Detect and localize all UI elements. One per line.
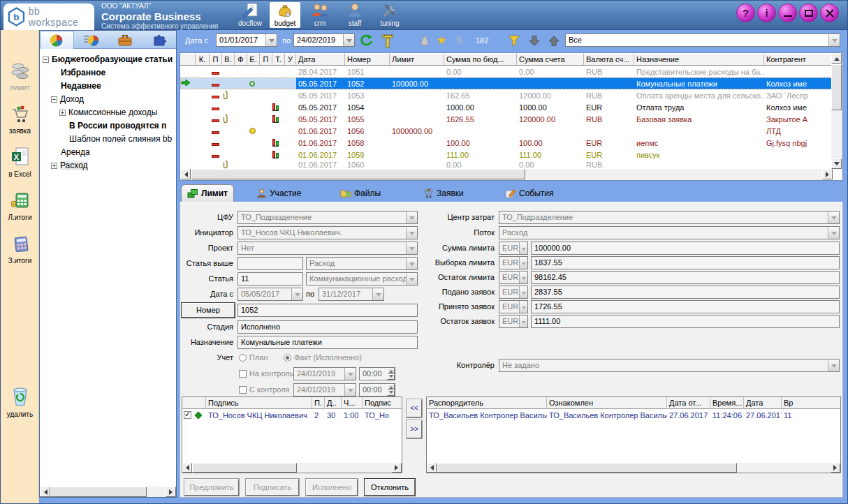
maximize-button[interactable] xyxy=(799,3,818,22)
sidebar-item-limit-totals[interactable]: Л.итоги xyxy=(1,191,39,221)
col-date-from[interactable]: Дата от... xyxy=(667,397,710,409)
col-acknowledged[interactable]: Ознакомлен xyxy=(547,397,667,409)
reject-button[interactable]: Отклонить xyxy=(365,479,415,496)
table-row[interactable]: 28.04.2017 1051 0.00 0.00 RUB Представит… xyxy=(180,66,842,77)
chevron-down-icon[interactable] xyxy=(406,212,417,223)
purpose-field[interactable]: Комунальные платежи xyxy=(237,336,418,349)
chevron-down-icon[interactable] xyxy=(828,360,839,371)
tree-item-expense[interactable]: + Расход xyxy=(51,159,88,172)
table-horizontal-scrollbar[interactable] xyxy=(180,169,833,180)
table-row-partial[interactable]: 01.06.2017 1060 0.00 0.00 RUB xyxy=(180,161,842,169)
expander-collapse-icon[interactable]: − xyxy=(51,96,57,103)
controllers-horizontal-scrollbar[interactable] xyxy=(427,463,840,473)
col-t[interactable]: Т. xyxy=(272,53,285,65)
table-row[interactable]: 05.05.2017 1053 162.65 12000.00 RUB Опла… xyxy=(180,89,842,101)
tab-limit[interactable]: Лимит xyxy=(181,184,234,202)
detail-date-to-picker[interactable]: 31/12/2017 xyxy=(319,288,384,301)
expander-expand-icon[interactable]: + xyxy=(51,163,57,169)
ruler-button[interactable] xyxy=(382,34,393,50)
refresh-button[interactable] xyxy=(360,34,374,49)
tree-item-merge-template[interactable]: Шаблон полей слияния bb xyxy=(69,133,172,145)
col-u[interactable]: У xyxy=(285,53,296,65)
requests-submitted-currency[interactable]: EUR xyxy=(499,286,528,299)
cfu-select[interactable]: ТО_Подразделение xyxy=(237,211,418,224)
scope-select[interactable]: Все xyxy=(565,34,840,47)
help-button[interactable]: ? xyxy=(736,3,755,22)
date-from-picker[interactable]: 01/01/2017 xyxy=(216,34,277,47)
chevron-down-icon[interactable] xyxy=(406,242,417,254)
requests-accepted-field[interactable]: 1726.55 xyxy=(531,300,840,313)
tab-participation[interactable]: Участие xyxy=(251,184,307,202)
chevron-down-icon[interactable] xyxy=(828,212,839,223)
module-docflow[interactable]: docflow xyxy=(235,2,265,28)
cost-center-select[interactable]: ТО_Подразделение xyxy=(499,211,840,224)
limit-used-field[interactable]: 1837.55 xyxy=(531,256,840,269)
col-number[interactable]: Номер xyxy=(345,53,390,65)
col-contragent[interactable]: Контрагент xyxy=(764,53,831,65)
initiator-select[interactable]: ТО_Носов ЧКЦ Николаевич. xyxy=(237,226,418,239)
tree-item-income[interactable]: − Доход xyxy=(51,93,84,105)
module-budget[interactable]: budget xyxy=(270,2,300,28)
flame-button-disabled[interactable] xyxy=(420,35,430,48)
tree-item-root[interactable]: − Бюджетообразующие статьи xyxy=(43,53,173,66)
limit-sum-field[interactable]: 100000.00 xyxy=(531,242,840,255)
signatures-horizontal-scrollbar[interactable] xyxy=(182,463,402,473)
col-signed[interactable]: Подпис xyxy=(363,397,400,409)
col-p[interactable]: П. xyxy=(312,397,325,409)
sidebar-item-request[interactable]: заявка xyxy=(1,105,39,135)
module-staff[interactable]: staff xyxy=(339,2,370,28)
col-date[interactable]: Дата xyxy=(744,397,782,409)
k-button[interactable]: К xyxy=(456,34,464,46)
col-sum-account[interactable]: Сумма счета xyxy=(517,53,584,65)
detail-date-from-picker[interactable]: 05/05/2017 xyxy=(237,288,303,301)
move-down-button[interactable] xyxy=(529,35,540,48)
stage-field[interactable]: Исполнено xyxy=(237,320,418,334)
col-f[interactable]: Ф xyxy=(235,53,247,65)
article-number-field[interactable]: 11 xyxy=(237,272,303,286)
chevron-down-icon[interactable] xyxy=(344,368,356,380)
article-above-flow-select[interactable]: Расход xyxy=(306,257,418,270)
fromcontrol-date-picker[interactable]: 24/01/2019 xyxy=(293,383,356,396)
move-right-button[interactable]: >> xyxy=(407,420,422,438)
limit-sum-currency[interactable]: EUR xyxy=(499,242,528,255)
sidebar-item-limit[interactable]: лимит xyxy=(1,62,39,91)
executed-button[interactable]: Исполнено xyxy=(306,479,358,496)
oncontrol-time-spinner[interactable]: 00:00 xyxy=(359,367,395,380)
favorites-star-icon[interactable]: ★ xyxy=(437,34,446,47)
filter-button[interactable] xyxy=(508,35,520,48)
fact-radio[interactable]: Факт (Исполненно) xyxy=(284,351,362,364)
chevron-down-icon[interactable] xyxy=(406,273,417,285)
table-row[interactable]: 01.06.2017 1058 100.00 100.00 EUR иепмс … xyxy=(180,137,842,149)
table-row[interactable]: 05.05.2017 1055 1626.55 120000.00 RUB Ба… xyxy=(180,113,842,125)
sidebar-item-excel[interactable]: X в Excel xyxy=(1,147,39,178)
tree-tab-articles[interactable] xyxy=(40,31,74,49)
flow-select[interactable]: Расход xyxy=(499,226,840,239)
col-currency[interactable]: Валюта сч... xyxy=(584,53,634,65)
col-time[interactable]: Время... xyxy=(710,397,744,409)
chevron-down-icon[interactable] xyxy=(519,257,527,269)
sign-button[interactable]: Подписать xyxy=(246,479,299,496)
requests-rest-field[interactable]: 1111.00 xyxy=(531,315,840,328)
col-limit[interactable]: Лимит xyxy=(390,53,444,65)
table-row[interactable]: 01.06.2017 1059 111.00 111.00 EUR пивсук xyxy=(180,149,842,161)
limit-used-currency[interactable]: EUR xyxy=(499,256,528,269)
project-select[interactable]: Нет xyxy=(237,242,418,255)
sidebar-item-delete[interactable]: удалить xyxy=(1,387,39,418)
spinner-arrows-icon[interactable] xyxy=(387,368,395,380)
plan-radio[interactable]: План xyxy=(239,351,268,364)
tab-requests[interactable]: Заявки xyxy=(417,184,469,202)
controller-select[interactable]: Не задано xyxy=(499,359,840,372)
col-v[interactable]: В. xyxy=(222,53,235,65)
chevron-down-icon[interactable] xyxy=(291,288,302,300)
close-button[interactable] xyxy=(820,3,839,22)
col-purpose[interactable]: Назначение xyxy=(634,53,764,65)
expander-collapse-icon[interactable]: − xyxy=(43,57,49,63)
tree-tab-plugins[interactable] xyxy=(142,31,176,49)
col-signature[interactable]: Подпись xyxy=(206,397,312,409)
col-ch[interactable]: Ч... xyxy=(342,397,363,409)
fromcontrol-checkbox[interactable]: С контроля xyxy=(239,383,290,396)
spinner-arrows-icon[interactable] xyxy=(387,384,395,396)
tree-item-favorites[interactable]: Избранное xyxy=(61,66,105,79)
table-vertical-scrollbar[interactable] xyxy=(831,53,842,169)
table-row-selected[interactable]: 05.05.2017 1052 100000.00 Комунальные пл… xyxy=(180,77,842,89)
